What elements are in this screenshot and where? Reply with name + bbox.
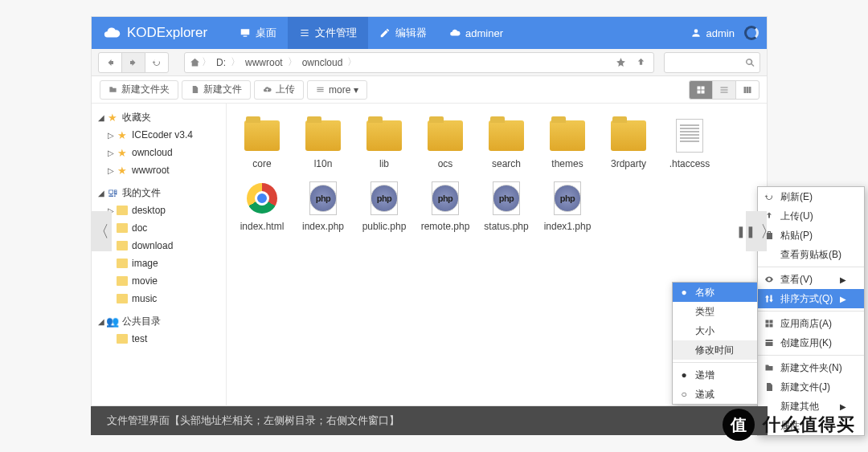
back-button[interactable] [98, 52, 122, 73]
folder-icon [116, 276, 129, 286]
tree-desktop[interactable]: ▷desktop [92, 202, 226, 219]
crumb-wwwroot[interactable]: wwwroot [242, 57, 286, 68]
folder-icon [116, 334, 129, 344]
file-item[interactable]: index.html [231, 177, 293, 240]
app-window: KODExplorer 桌面 文件管理 编辑器 adminer admin 〉 … [91, 16, 768, 406]
tree-fav-icecoder[interactable]: ▷★ICEcoder v3.4 [92, 126, 226, 144]
cloud-up-icon [263, 85, 272, 94]
columns-icon [743, 85, 752, 95]
view-list-button[interactable] [712, 80, 736, 100]
sort-desc[interactable]: ○递减 [673, 385, 757, 404]
ctx-refresh[interactable]: 刷新(E) [758, 187, 864, 206]
file-item[interactable]: phppublic.php [354, 177, 415, 240]
file-item[interactable]: l10n [293, 115, 354, 177]
grid-icon [764, 319, 774, 328]
search-input[interactable] [664, 52, 760, 73]
file-item[interactable]: phpremote.php [415, 177, 476, 240]
tree-fav-wwwroot[interactable]: ▷★wwwroot [92, 161, 226, 179]
chevron-right-icon: ▶ [840, 275, 846, 284]
file-item[interactable]: 3rdparty [598, 115, 659, 177]
file-item[interactable]: ocs [415, 115, 476, 177]
nav-editor[interactable]: 编辑器 [368, 17, 438, 49]
file-icon [764, 382, 774, 392]
carousel-prev[interactable]: 〈 [91, 211, 112, 251]
sort-type[interactable]: 类型 [673, 302, 757, 321]
home-icon [190, 57, 200, 67]
more-button[interactable]: more ▾ [307, 80, 367, 100]
user-menu[interactable]: admin [690, 26, 759, 40]
file-item[interactable]: phpindex1.php [537, 177, 598, 240]
dot-icon: ○ [679, 389, 689, 400]
user-icon [690, 27, 702, 39]
star-icon [616, 57, 626, 67]
tree-public[interactable]: ◢👥公共目录 [92, 312, 226, 330]
arrow-right-icon [129, 58, 138, 67]
folder-icon [764, 363, 774, 373]
watermark-icon: 值 [723, 409, 755, 441]
ctx-store[interactable]: 应用商店(A) [758, 314, 864, 333]
folder-icon [366, 120, 402, 151]
eye-icon [764, 275, 774, 284]
users-icon: 👥 [106, 316, 119, 328]
file-item[interactable]: lib [354, 115, 415, 177]
upload-path-button[interactable] [632, 54, 649, 71]
tree-pub-test[interactable]: test [92, 330, 226, 348]
folder-icon [550, 120, 585, 151]
ctx-clipboard[interactable]: 查看剪贴板(B) [758, 245, 864, 264]
ctx-createapp[interactable]: 创建应用(K) [758, 333, 864, 352]
file-item[interactable]: .htaccess [659, 115, 720, 177]
view-grid-button[interactable] [689, 80, 713, 100]
crumb-drive[interactable]: D: [213, 57, 229, 68]
text-file-icon [676, 119, 703, 153]
tree-favorites[interactable]: ◢★收藏夹 [92, 108, 226, 126]
new-folder-button[interactable]: 新建文件夹 [100, 80, 178, 100]
refresh-button[interactable] [145, 52, 169, 73]
sort-name[interactable]: ●名称 [673, 283, 757, 302]
tree-fav-owncloud[interactable]: ▷★owncloud [92, 144, 226, 161]
tree-image[interactable]: image [92, 255, 226, 272]
file-item[interactable]: phpstatus.php [476, 177, 537, 240]
nav-adminer[interactable]: adminer [438, 17, 514, 49]
brand[interactable]: KODExplorer [100, 24, 220, 42]
file-pane[interactable]: core l10n lib ocs search themes 3rdparty… [227, 104, 767, 407]
new-file-button[interactable]: 新建文件 [182, 80, 251, 100]
view-split-button[interactable] [735, 80, 760, 100]
sort-mtime[interactable]: 修改时间 [673, 340, 757, 360]
file-toolbar: 新建文件夹 新建文件 上传 more ▾ [92, 76, 767, 104]
favorite-button[interactable] [612, 54, 629, 71]
ctx-view[interactable]: 查看(V)▶ [758, 270, 864, 289]
crumb-owncloud[interactable]: owncloud [299, 57, 346, 68]
chevron-right-icon: ▶ [840, 295, 846, 303]
nav-files[interactable]: 文件管理 [288, 17, 368, 49]
file-item[interactable]: phpindex.php [293, 177, 354, 240]
ctx-newfolder[interactable]: 新建文件夹(N) [758, 358, 864, 377]
sort-icon [764, 294, 774, 303]
file-item[interactable]: core [231, 115, 293, 177]
file-item[interactable]: themes [537, 115, 598, 177]
pause-icon: ❚❚ [736, 225, 755, 238]
tree-music[interactable]: music [92, 290, 226, 307]
folder-icon [116, 294, 129, 303]
ctx-newfile[interactable]: 新建文件(J) [758, 377, 864, 397]
tree-myfiles[interactable]: ◢🖳我的文件 [92, 184, 226, 202]
carousel-next[interactable]: ❚❚ 〉 [746, 211, 767, 251]
sidebar-tree: ◢★收藏夹 ▷★ICEcoder v3.4 ▷★owncloud ▷★wwwro… [92, 104, 227, 407]
star-icon: ★ [116, 147, 129, 159]
breadcrumb[interactable]: 〉 D: 〉 wwwroot 〉 owncloud 〉 [184, 52, 654, 73]
nav-desktop[interactable]: 桌面 [228, 17, 288, 49]
folder-icon [611, 120, 646, 151]
tree-doc[interactable]: doc [92, 219, 226, 237]
sort-asc[interactable]: ●递增 [673, 365, 757, 385]
topbar: KODExplorer 桌面 文件管理 编辑器 adminer admin [92, 17, 767, 49]
tree-movie[interactable]: movie [92, 272, 226, 290]
forward-button[interactable] [121, 52, 145, 73]
cloud-small-icon [449, 27, 461, 39]
file-item[interactable]: search [476, 115, 537, 177]
address-bar: 〉 D: 〉 wwwroot 〉 owncloud 〉 [92, 49, 767, 76]
tree-download[interactable]: download [92, 237, 226, 255]
brand-text: KODExplorer [127, 25, 207, 41]
ctx-sort[interactable]: 排序方式(Q)▶ [758, 289, 864, 308]
upload-button[interactable]: 上传 [254, 80, 304, 100]
sort-size[interactable]: 大小 [673, 321, 757, 340]
body-area: ◢★收藏夹 ▷★ICEcoder v3.4 ▷★owncloud ▷★wwwro… [92, 104, 767, 407]
